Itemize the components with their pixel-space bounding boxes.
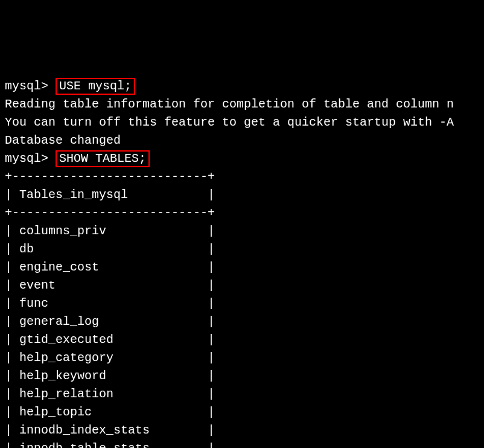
output-db-changed: Database changed bbox=[5, 132, 479, 150]
table-rows-container: | columns_priv || db || engine_cost || e… bbox=[5, 222, 479, 448]
table-row: | help_category | bbox=[5, 349, 479, 367]
table-row: | columns_priv | bbox=[5, 222, 479, 240]
table-row: | engine_cost | bbox=[5, 258, 479, 277]
table-row: | event | bbox=[5, 277, 479, 295]
table-row: | gtid_executed | bbox=[5, 331, 479, 349]
table-row: | innodb_table_stats | bbox=[5, 440, 479, 448]
table-border-top: +---------------------------+ bbox=[5, 168, 479, 186]
table-row: | func | bbox=[5, 295, 479, 313]
table-row: | help_keyword | bbox=[5, 367, 479, 385]
table-row: | help_topic | bbox=[5, 403, 479, 421]
table-border-mid: +---------------------------+ bbox=[5, 204, 479, 222]
table-row: | innodb_index_stats | bbox=[5, 421, 479, 440]
use-command-highlight: USE mysql; bbox=[56, 78, 135, 95]
table-row: | general_log | bbox=[5, 313, 479, 331]
table-row: | db | bbox=[5, 240, 479, 258]
output-feature-info: You can turn off this feature to get a q… bbox=[5, 114, 479, 132]
command-line-1: mysql> USE mysql; bbox=[5, 77, 479, 95]
table-header: | Tables_in_mysql | bbox=[5, 186, 479, 204]
table-row: | help_relation | bbox=[5, 385, 479, 403]
mysql-prompt-1: mysql> bbox=[5, 79, 56, 93]
command-line-2: mysql> SHOW TABLES; bbox=[5, 150, 479, 168]
show-tables-command-highlight: SHOW TABLES; bbox=[56, 150, 150, 167]
mysql-prompt-2: mysql> bbox=[5, 152, 56, 165]
output-reading-info: Reading table information for completion… bbox=[5, 95, 479, 114]
